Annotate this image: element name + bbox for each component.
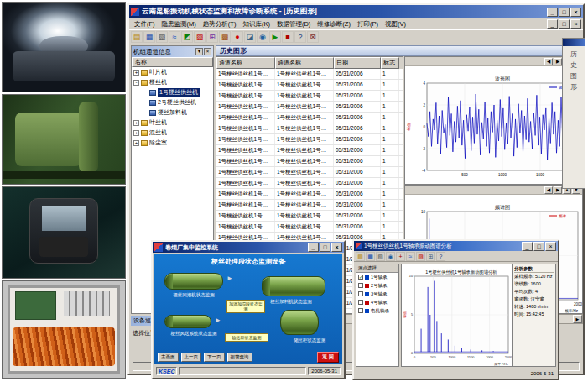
main-titlebar[interactable]: 云南昆船振动机械状态监测和故障诊断系统 - [历史图形] _□×	[129, 5, 583, 18]
tree-item[interactable]: 1号梗丝供丝机	[132, 87, 213, 97]
measure-point-item[interactable]: 4号轴承	[356, 298, 398, 306]
chart-nav-button[interactable]: ◀	[544, 58, 553, 65]
tree-item[interactable]: +叶片机	[132, 67, 213, 77]
menu-item[interactable]: 隐患监测(M)	[159, 20, 200, 29]
mdi-close-button[interactable]: ×	[570, 19, 581, 29]
print-icon[interactable]: ▧	[156, 31, 168, 43]
menu-item[interactable]: 知识库(K)	[239, 20, 273, 29]
maximize-button[interactable]: □	[559, 8, 570, 17]
tree-toggle-icon[interactable]: +	[133, 140, 139, 146]
analysis-minimize-button[interactable]: _	[522, 242, 533, 251]
table-row[interactable]: 1号梗丝供丝机1号…1号梗丝供丝机1号…05/31/20061	[216, 156, 403, 167]
scada-button[interactable]: 主画面	[158, 353, 179, 362]
stop-icon[interactable]: ■	[282, 31, 294, 43]
zoom-icon[interactable]: ◉	[257, 31, 268, 43]
chart-nav-button[interactable]: ▶	[554, 186, 562, 194]
checkbox-icon[interactable]	[358, 283, 363, 288]
checkbox-icon[interactable]: ✓	[358, 275, 363, 280]
scada-maximize-button[interactable]: □	[320, 243, 330, 252]
table-column-header[interactable]: 通道名称	[275, 57, 334, 69]
minimize-button[interactable]: _	[547, 8, 558, 17]
help-icon[interactable]: ?	[436, 252, 445, 261]
mdi-restore-button[interactable]: □	[559, 19, 570, 29]
database-icon[interactable]: ▩	[219, 31, 231, 43]
tree-item[interactable]: 2号梗丝供丝机	[132, 97, 213, 107]
checkbox-icon[interactable]	[358, 308, 363, 313]
table-column-header[interactable]: 日期	[334, 57, 381, 69]
tree-item[interactable]: +除尘室	[132, 138, 213, 148]
tree-toggle-icon[interactable]: +	[133, 130, 139, 136]
scroll-right-button[interactable]: ▶	[573, 315, 582, 323]
docked-history-strip[interactable]: 历史图形	[562, 38, 585, 189]
table-row[interactable]: 1号梗丝供丝机1号…1号梗丝供丝机1号…05/31/20061	[216, 69, 403, 80]
settings-icon[interactable]: ◪	[244, 31, 256, 43]
alarm-icon[interactable]: ●	[232, 31, 243, 43]
scada-button[interactable]: 报警查询	[227, 353, 252, 362]
scada-equipment-shape[interactable]	[164, 315, 211, 328]
tree-toggle-icon[interactable]: +	[133, 120, 139, 126]
analysis-maximize-button[interactable]: □	[533, 242, 544, 251]
analysis-close-button[interactable]: ×	[545, 242, 556, 251]
table-row[interactable]: 1号梗丝供丝机1号…1号梗丝供丝机1号…05/31/20061	[216, 123, 403, 134]
table-row[interactable]: 1号梗丝供丝机1号…1号梗丝供丝机1号…05/31/20061	[216, 200, 403, 211]
save-icon[interactable]: ▦	[143, 31, 155, 43]
table-row[interactable]: 1号梗丝供丝机1号…1号梗丝供丝机1号…05/31/20061	[216, 134, 403, 145]
save-icon[interactable]: ▦	[366, 252, 375, 261]
tree-column-header[interactable]: 名称	[132, 57, 213, 67]
menu-item[interactable]: 数据管理(D)	[273, 20, 314, 29]
menu-item[interactable]: 打印(P)	[354, 20, 382, 29]
tree-item[interactable]: +叶丝机	[132, 118, 213, 128]
checkbox-icon[interactable]	[358, 300, 363, 305]
table-row[interactable]: 1号梗丝供丝机1号…1号梗丝供丝机1号…05/31/20061	[216, 178, 403, 189]
waveform-icon[interactable]: ≈	[406, 252, 415, 261]
exit-icon[interactable]: ⊠	[307, 31, 319, 43]
open-icon[interactable]: ▤	[356, 252, 365, 261]
scada-button[interactable]: 上一页	[181, 353, 202, 362]
table-column-header[interactable]: 标志	[381, 57, 399, 69]
tree-toggle-icon[interactable]: +	[133, 70, 139, 76]
scada-return-button[interactable]: 返 回	[317, 352, 339, 363]
table-row[interactable]: 1号梗丝供丝机1号…1号梗丝供丝机1号…05/31/20061	[216, 80, 403, 91]
analysis-titlebar[interactable]: 1号梗丝供丝机1号轴承振动图谱分析 _□×	[354, 241, 558, 251]
tree-toggle-icon[interactable]: -	[133, 80, 139, 86]
scada-equipment-shape[interactable]	[164, 273, 223, 290]
scada-equipment-shape[interactable]	[262, 276, 325, 296]
table-row[interactable]: 1号梗丝供丝机1号…1号梗丝供丝机1号…05/31/20061	[216, 167, 403, 178]
close-button[interactable]: ×	[570, 8, 581, 17]
mdi-minimize-button[interactable]: _	[547, 19, 558, 29]
checkbox-icon[interactable]	[358, 291, 363, 296]
scada-minimize-button[interactable]: _	[308, 243, 319, 252]
table-row[interactable]: 1号梗丝供丝机1号…1号梗丝供丝机1号…05/31/20061	[216, 113, 403, 123]
table-row[interactable]: 1号梗丝供丝机1号…1号梗丝供丝机1号…05/31/20061	[216, 102, 403, 113]
table-row[interactable]: 1号梗丝供丝机1号…1号梗丝供丝机1号…05/31/20061	[216, 211, 403, 222]
measure-point-item[interactable]: 3号轴承	[356, 290, 398, 298]
measure-point-item[interactable]: 电机轴承	[356, 306, 398, 315]
table-row[interactable]: 1号梗丝供丝机1号…1号梗丝供丝机1号…05/31/20061	[216, 222, 403, 233]
report-icon[interactable]: ⊞	[206, 31, 218, 43]
print-icon[interactable]: ▧	[376, 252, 385, 261]
scada-titlebar[interactable]: 卷烟厂集中监控系统 _□×	[153, 242, 344, 253]
menu-item[interactable]: 趋势分析(T)	[200, 20, 240, 29]
cursor-icon[interactable]: +	[396, 252, 405, 261]
spectrum-icon[interactable]: ▨	[194, 31, 206, 43]
history-graph-icon[interactable]: ≈	[169, 31, 180, 43]
table-column-header[interactable]: 通道名称	[216, 57, 275, 69]
trend-icon[interactable]: ◩	[181, 31, 193, 43]
table-row[interactable]: 1号梗丝供丝机1号…1号梗丝供丝机1号…05/31/20061	[216, 189, 403, 200]
zoom-icon[interactable]: ◉	[386, 252, 395, 261]
play-icon[interactable]: ▶	[269, 31, 281, 43]
tree-item[interactable]: 梗丝加料机	[132, 107, 213, 118]
tree-close-icon[interactable]: ×	[204, 48, 211, 55]
spectrum-icon[interactable]: ▨	[416, 252, 425, 261]
menu-item[interactable]: 维修诊断(Z)	[314, 20, 354, 29]
chart-nav-button[interactable]: ◀	[544, 186, 553, 194]
open-icon[interactable]: ▤	[131, 31, 143, 43]
table-row[interactable]: 1号梗丝供丝机1号…1号梗丝供丝机1号…05/31/20061	[216, 91, 403, 102]
menu-item[interactable]: 文件(F)	[131, 20, 159, 29]
grid-icon[interactable]: ⊞	[426, 252, 435, 261]
scada-button[interactable]: 下一页	[204, 353, 225, 362]
chart-nav-button[interactable]: ▶	[554, 58, 562, 65]
measure-point-item[interactable]: ✓1号轴承	[356, 273, 398, 281]
tree-item[interactable]: -梗丝机	[132, 77, 213, 87]
table-row[interactable]: 1号梗丝供丝机1号…1号梗丝供丝机1号…05/31/20061	[216, 145, 403, 156]
